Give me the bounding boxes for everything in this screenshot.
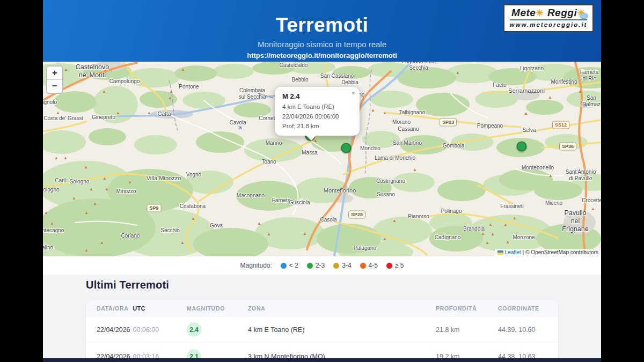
earthquake-marker[interactable] (341, 143, 352, 153)
airport-icon: ✈ (236, 123, 245, 132)
col-header-coordinate: COORDINATE (498, 305, 547, 312)
map-place-label: Selva (522, 127, 536, 134)
peak-icon: ▲ (84, 248, 89, 253)
cell-magnitude: 2.1 (187, 349, 248, 358)
map-place-label: Bebbio (291, 77, 308, 83)
utc-toggle[interactable]: UTC (133, 305, 145, 312)
map-place-label: Pompeano (477, 123, 503, 129)
peak-icon: ▲ (180, 241, 185, 245)
map-place-label: Monchio (360, 145, 380, 152)
peak-icon: ▲ (257, 221, 261, 226)
peak-icon: ▲ (105, 187, 109, 191)
page-subtitle: Monitoraggio sismico in tempo reale (258, 40, 386, 49)
map-place-label: Secchio (160, 227, 180, 234)
map-place-label: Toano (261, 159, 276, 165)
footer-bar (43, 358, 601, 362)
peak-icon: ▲ (72, 196, 76, 201)
map-place-label: Sologno (70, 179, 90, 185)
magnitude-legend: Magnitudo: < 22-33-44-5≥ 5 (43, 256, 601, 275)
col-header-zona: ZONA (248, 305, 436, 312)
col-header-magnitudo: MAGNITUDO (187, 305, 248, 312)
peak-icon: ▲ (56, 111, 60, 115)
legend-label: Magnitudo: (240, 262, 272, 269)
logo-site-url: www.meteoreggio.it (509, 21, 588, 28)
cell-zone: 3 km N Montefiorino (MO) (248, 353, 436, 359)
map-place-label: Gusciola (289, 200, 310, 206)
peak-icon: ▲ (481, 232, 485, 236)
sun-icon: ☀ (536, 8, 544, 18)
earthquake-popup: × M 2.4 4 km E Toano (RE) 22/04/2026 00:… (275, 87, 360, 136)
meteoreggio-logo[interactable]: Mete☀ Reggi☀ www.meteoreggio.it (503, 4, 594, 32)
legend-item-label: 4-5 (369, 262, 378, 269)
map-place-label: Gatta (158, 111, 171, 117)
peak-icon: ▲ (50, 221, 54, 226)
legend-dot-icon (281, 263, 287, 269)
page-header: Terremoti Monitoraggio sismico in tempo … (43, 0, 601, 62)
map-place-label: Carù (55, 178, 67, 184)
peak-icon: ▲ (413, 168, 417, 172)
map-place-label: Massa (302, 150, 317, 156)
page-url[interactable]: https://meteoreggio.it/monitoraggio/terr… (247, 51, 397, 60)
peak-icon: ▲ (103, 176, 107, 181)
map-place-label: Coriano (121, 233, 140, 239)
osm-attribution[interactable]: © OpenStreetMap contributors (525, 249, 598, 255)
map-place-label: Cassano (398, 126, 419, 132)
map-place-label: Pontone (179, 84, 199, 90)
logo-divider (510, 19, 587, 20)
attribution-separator: | (523, 249, 524, 255)
peak-icon: ▲ (89, 187, 93, 191)
page-title: Terremoti (276, 14, 368, 36)
leaflet-link[interactable]: Leaflet (505, 249, 521, 255)
peak-icon: ▲ (524, 112, 528, 116)
close-icon[interactable]: × (351, 90, 355, 97)
peak-icon: ▲ (169, 90, 173, 94)
road-ref-badge: SS12 (552, 121, 569, 129)
map-place-label: ontecagno (43, 227, 64, 234)
map-place-label: Casola (320, 217, 336, 223)
cell-depth: 19.2 km (436, 353, 498, 359)
cell-datetime: 22/04/202600:03:16 (97, 353, 187, 359)
table-row: 22/04/202600:03:162.13 km N Montefiorino… (86, 343, 558, 358)
logo-wordmark: Mete☀ Reggi☀ (509, 7, 588, 19)
map-place-label: Costabona (180, 203, 206, 210)
table-header-row: DATA/ORAUTC MAGNITUDO ZONA PROFONDITÀ CO… (86, 300, 558, 316)
map-place-label: Macognano (237, 193, 265, 199)
peak-icon: ▲ (456, 71, 460, 75)
letterboxed-frame: Terremoti Monitoraggio sismico in tempo … (0, 0, 644, 362)
map-place-label: Lama di Monchio (375, 155, 415, 161)
zoom-in-button[interactable]: + (47, 67, 62, 80)
map-place-label: Talbignano (399, 109, 425, 116)
map-place-label: Faeto (493, 82, 507, 88)
peak-icon: ▲ (54, 156, 58, 160)
map-place-label: Montefiorino (324, 187, 356, 194)
map-place-label: Prignano sulla Secchia (401, 62, 435, 71)
peak-icon: ▲ (485, 241, 489, 245)
earthquake-marker[interactable] (517, 142, 527, 152)
table-row: 22/04/202600:06:002.44 km E Toano (RE)21… (86, 316, 558, 343)
peak-icon: ▲ (392, 219, 397, 223)
latest-earthquakes-section: Ultimi Terremoti DATA/ORAUTC MAGNITUDO Z… (43, 275, 601, 358)
map-place-label: San Martino (393, 140, 422, 146)
peak-icon: ▲ (488, 223, 493, 227)
legend-item: 3-4 (333, 262, 351, 269)
col-header-dataora: DATA/ORAUTC (97, 305, 187, 312)
section-heading: Ultimi Terremoti (86, 279, 169, 291)
road-ref-badge: SP36 (559, 143, 576, 151)
map-place-label: Pianorso (408, 213, 429, 220)
map[interactable]: Castelnovo ne' MontiCampolungoPontone'ag… (43, 62, 601, 256)
peak-icon: ▲ (491, 232, 495, 237)
map-place-label: Montebonello (522, 165, 554, 171)
legend-dot-icon (307, 263, 313, 269)
map-place-label: Sant'Antonio di Pavullo (566, 169, 596, 182)
map-place-label: Ginepreto (92, 114, 115, 121)
page: Terremoti Monitoraggio sismico in tempo … (43, 0, 601, 362)
cell-datetime: 22/04/202600:06:00 (97, 326, 187, 334)
legend-dot-icon (333, 263, 339, 269)
peak-icon: ▲ (503, 223, 508, 227)
map-place-label: Polinago (441, 208, 462, 215)
legend-item: < 2 (281, 262, 298, 269)
ukraine-flag-icon (497, 250, 503, 255)
peak-icon: ▲ (548, 95, 552, 100)
zoom-out-button[interactable]: − (47, 80, 62, 93)
map-place-label: Serramazzoni (508, 87, 545, 94)
